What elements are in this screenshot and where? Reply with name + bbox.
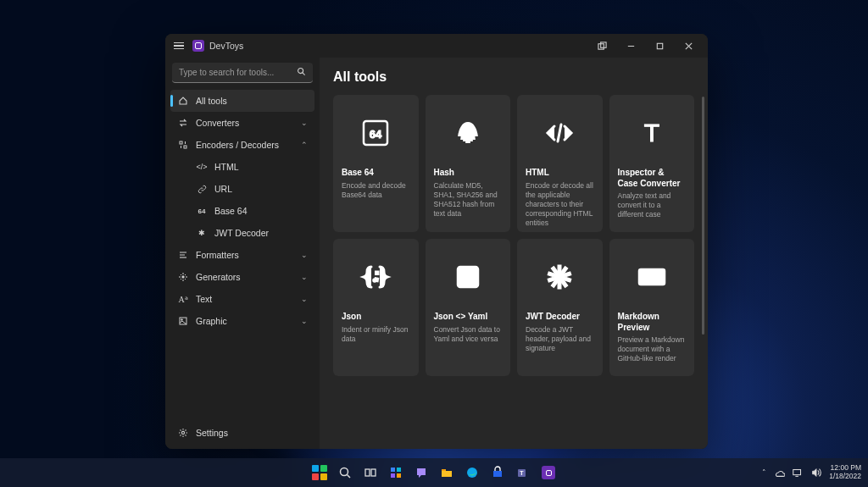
convert-icon xyxy=(434,247,503,307)
svg-rect-9 xyxy=(184,146,186,148)
sidebar-item-label: URL xyxy=(214,184,308,194)
card-title: Markdown Preview xyxy=(618,312,687,333)
svg-point-17 xyxy=(181,319,183,321)
task-view-icon[interactable] xyxy=(359,462,381,484)
taskbar-search-icon[interactable] xyxy=(334,462,356,484)
edge-icon[interactable] xyxy=(461,462,483,484)
card-desc: Encode and decode Base64 data xyxy=(342,181,410,200)
base64-icon: 64 xyxy=(342,103,410,163)
store-icon[interactable] xyxy=(487,462,509,484)
svg-point-18 xyxy=(181,431,184,434)
search-input[interactable] xyxy=(179,68,297,77)
tray-chevron-icon[interactable]: ˄ xyxy=(762,468,766,477)
sidebar-item-all-tools[interactable]: All tools xyxy=(170,90,314,112)
card-desc: Indent or minify Json data xyxy=(342,325,410,344)
tool-card-json[interactable]: Json Indent or minify Json data xyxy=(333,239,419,376)
chat-icon[interactable] xyxy=(410,462,432,484)
svg-rect-37 xyxy=(397,468,401,472)
search-box[interactable] xyxy=(172,63,313,83)
chevron-down-icon: ⌄ xyxy=(301,251,308,259)
svg-rect-3 xyxy=(657,43,662,48)
minimize-button[interactable] xyxy=(616,34,645,58)
sidebar-item-converters[interactable]: Converters ⌄ xyxy=(170,112,314,134)
svg-rect-35 xyxy=(371,469,376,476)
sidebar-item-graphic[interactable]: Graphic ⌄ xyxy=(170,310,314,332)
sidebar-item-settings[interactable]: Settings xyxy=(170,422,314,444)
sidebar-item-base64[interactable]: 64 Base 64 xyxy=(170,200,314,222)
sidebar-item-jwt[interactable]: ✱ JWT Decoder xyxy=(170,222,314,244)
svg-point-15 xyxy=(182,276,184,278)
tool-card-json-yaml[interactable]: Json <> Yaml Convert Json data to Yaml a… xyxy=(426,239,511,376)
gear-icon xyxy=(177,428,189,438)
teams-icon[interactable]: T xyxy=(512,462,534,484)
tool-card-inspector[interactable]: T Inspector & Case Converter Analyze tex… xyxy=(609,95,695,232)
card-desc: Calculate MD5, SHA1, SHA256 and SHA512 h… xyxy=(434,181,503,219)
scrollbar-thumb[interactable] xyxy=(702,97,704,335)
align-icon xyxy=(177,250,189,260)
card-desc: Analyze text and convert it to a differe… xyxy=(618,191,687,219)
card-title: Json <> Yaml xyxy=(434,312,503,323)
card-desc: Decode a JWT header, payload and signatu… xyxy=(526,325,594,353)
svg-rect-25 xyxy=(458,267,478,287)
hamburger-icon[interactable] xyxy=(170,42,187,50)
app-window: DevToys xyxy=(165,34,708,449)
tool-card-markdown[interactable]: Markdown Preview Preview a Markdown docu… xyxy=(609,239,695,376)
asterisk-icon xyxy=(526,247,594,307)
network-icon[interactable] xyxy=(792,467,804,479)
volume-icon[interactable] xyxy=(810,467,822,479)
app-title: DevToys xyxy=(209,41,243,51)
svg-rect-39 xyxy=(397,473,401,478)
file-explorer-icon[interactable] xyxy=(436,462,458,484)
taskbar-clock[interactable]: 12:00 PM 1/18/2022 xyxy=(829,464,861,481)
card-title: HTML xyxy=(526,168,594,179)
tool-card-base64[interactable]: 64 Base 64 Encode and decode Base64 data xyxy=(333,95,419,232)
main-content: All tools 64 Base 64 Encode and decode B… xyxy=(320,58,708,449)
sidebar-item-label: HTML xyxy=(214,162,308,172)
sidebar-item-formatters[interactable]: Formatters ⌄ xyxy=(170,244,314,266)
sidebar-item-encoders[interactable]: Encoders / Decoders ⌃ xyxy=(170,134,314,156)
compact-overlay-button[interactable] xyxy=(587,34,616,58)
close-button[interactable] xyxy=(674,34,703,58)
svg-rect-40 xyxy=(442,469,446,471)
tool-card-html[interactable]: HTML Encode or decode all the applicable… xyxy=(517,95,603,232)
card-desc: Encode or decode all the applicable char… xyxy=(526,181,594,228)
sidebar-subgroup-encoders: </> HTML URL 64 Base 64 xyxy=(170,156,314,244)
sparkle-icon xyxy=(177,272,189,282)
svg-rect-36 xyxy=(391,468,395,472)
start-button[interactable] xyxy=(309,462,331,484)
sidebar-item-label: Text xyxy=(196,294,294,304)
scrollbar[interactable] xyxy=(702,97,704,437)
sidebar-item-url[interactable]: URL xyxy=(170,178,314,200)
svg-rect-24 xyxy=(376,279,378,281)
maximize-button[interactable] xyxy=(645,34,674,58)
text-t-icon: T xyxy=(618,103,687,163)
chevron-down-icon: ⌄ xyxy=(301,273,308,281)
taskbar-right: ˄ 12:00 PM 1/18/2022 xyxy=(762,464,861,481)
fingerprint-icon xyxy=(434,103,503,163)
svg-rect-44 xyxy=(793,470,801,475)
chevron-down-icon: ⌄ xyxy=(301,295,308,303)
sidebar-item-text[interactable]: Aᵃ Text ⌄ xyxy=(170,288,314,310)
sidebar-item-label: Converters xyxy=(196,118,294,128)
onedrive-icon[interactable] xyxy=(773,467,785,479)
sidebar-item-label: Graphic xyxy=(196,316,294,326)
card-title: Hash xyxy=(434,168,503,179)
asterisk-icon: ✱ xyxy=(196,229,208,237)
card-title: Inspector & Case Converter xyxy=(618,168,687,189)
sidebar-item-generators[interactable]: Generators ⌄ xyxy=(170,266,314,288)
binary-icon xyxy=(177,140,189,150)
swap-icon xyxy=(177,118,189,128)
tool-card-hash[interactable]: Hash Calculate MD5, SHA1, SHA256 and SHA… xyxy=(426,95,511,232)
chevron-down-icon: ⌄ xyxy=(301,119,308,127)
sidebar-item-html[interactable]: </> HTML xyxy=(170,156,314,178)
chevron-up-icon: ⌃ xyxy=(301,141,308,149)
svg-rect-34 xyxy=(365,469,370,476)
devtoys-taskbar-icon[interactable] xyxy=(537,462,559,484)
card-title: Base 64 xyxy=(342,168,410,179)
widgets-icon[interactable] xyxy=(385,462,407,484)
tool-card-jwt[interactable]: JWT Decoder Decode a JWT header, payload… xyxy=(517,239,603,376)
app-icon xyxy=(192,40,204,52)
sidebar-item-label: Base 64 xyxy=(214,206,308,216)
tool-grid: 64 Base 64 Encode and decode Base64 data… xyxy=(333,95,694,376)
sidebar-item-label: Encoders / Decoders xyxy=(196,140,294,150)
